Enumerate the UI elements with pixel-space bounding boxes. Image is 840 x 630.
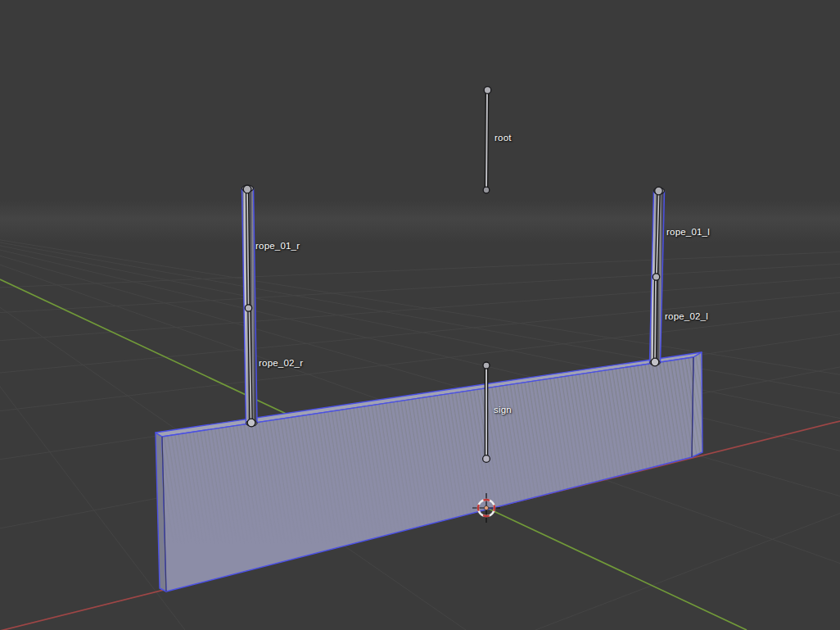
horizon-haze [0,200,840,242]
bone-rope-02-r-head-joint[interactable] [245,305,251,311]
bone-rope-02-l-tail-joint[interactable] [651,358,659,366]
blender-3d-viewport[interactable]: root rope_01_r rope_02_r rope_01_l rope_… [0,0,840,630]
bone-sign-tail-joint[interactable] [483,456,490,463]
bone-rope-01-l-head-joint[interactable] [655,187,663,195]
3d-cursor-center-dot [484,505,488,510]
bone-sign-head-joint[interactable] [483,362,490,369]
bone-rope-02-r-tail-joint[interactable] [247,419,255,427]
bone-rope-01-r-head-joint[interactable] [243,185,251,193]
bone-rope-02-l-head-joint[interactable] [653,274,659,280]
bone-root-tail-joint[interactable] [483,187,490,193]
bone-root-head-joint[interactable] [484,87,491,94]
viewport-background[interactable] [0,0,840,630]
